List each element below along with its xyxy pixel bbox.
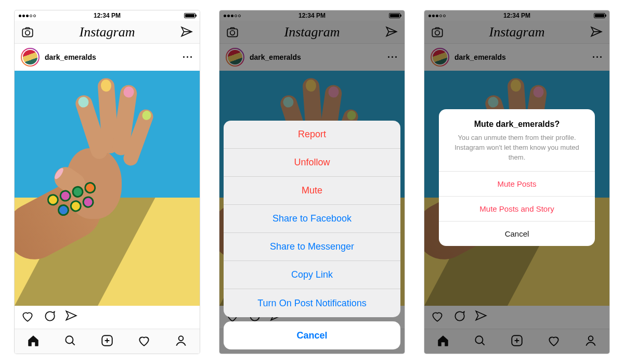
mute-dialog-cancel[interactable]: Cancel bbox=[439, 221, 595, 246]
post-header: dark_emeralds ··· bbox=[15, 44, 200, 71]
action-report[interactable]: Report bbox=[224, 121, 400, 149]
mute-dialog-title: Mute dark_emeralds? bbox=[450, 120, 583, 129]
tab-search-icon[interactable] bbox=[63, 334, 77, 349]
tab-profile-icon[interactable] bbox=[174, 334, 188, 349]
action-sheet-cancel[interactable]: Cancel bbox=[224, 321, 400, 349]
svg-point-1 bbox=[25, 30, 30, 35]
status-time: 12:34 PM bbox=[15, 12, 200, 19]
post-image[interactable] bbox=[15, 71, 200, 306]
action-share-facebook[interactable]: Share to Facebook bbox=[224, 205, 400, 233]
mute-dialog: Mute dark_emeralds? You can unmute them … bbox=[439, 109, 595, 246]
action-unfollow[interactable]: Unfollow bbox=[224, 149, 400, 177]
camera-icon[interactable] bbox=[21, 25, 34, 39]
tab-bar bbox=[15, 329, 200, 354]
action-mute[interactable]: Mute bbox=[224, 177, 400, 205]
tab-home-icon[interactable] bbox=[27, 334, 40, 349]
screen-action-sheet: 12:34 PM Instagram dark_emeralds ··· bbox=[219, 10, 405, 354]
screen-feed: 12:34 PM Instagram dark_emeralds ··· bbox=[15, 10, 200, 354]
avatar[interactable] bbox=[21, 48, 40, 67]
svg-rect-0 bbox=[22, 29, 33, 36]
comment-icon[interactable] bbox=[43, 309, 56, 325]
three-screenshot-row: 12:34 PM Instagram dark_emeralds ··· bbox=[0, 0, 624, 364]
post-action-sheet: Report Unfollow Mute Share to Facebook S… bbox=[224, 121, 400, 349]
mute-posts-and-story-button[interactable]: Mute Posts and Story bbox=[439, 196, 595, 221]
post-actions bbox=[15, 306, 200, 329]
action-copy-link[interactable]: Copy Link bbox=[224, 261, 400, 289]
svg-point-2 bbox=[66, 336, 73, 343]
mute-dialog-body: You can unmute them from their profile. … bbox=[450, 133, 583, 163]
instagram-logo: Instagram bbox=[80, 24, 135, 40]
post-more-button[interactable]: ··· bbox=[183, 52, 193, 63]
top-nav: Instagram bbox=[15, 21, 200, 44]
screen-mute-dialog: 12:34 PM Instagram dark_emeralds ··· bbox=[424, 10, 609, 354]
action-share-messenger[interactable]: Share to Messenger bbox=[224, 233, 400, 261]
share-icon[interactable] bbox=[64, 309, 78, 325]
tab-new-post-icon[interactable] bbox=[100, 334, 114, 349]
action-post-notifications[interactable]: Turn On Post Notifications bbox=[224, 289, 400, 317]
status-battery bbox=[184, 13, 196, 18]
svg-point-4 bbox=[179, 336, 184, 341]
ios-status-bar: 12:34 PM bbox=[15, 10, 200, 21]
like-icon[interactable] bbox=[21, 309, 34, 325]
mute-posts-button[interactable]: Mute Posts bbox=[439, 171, 595, 196]
tab-activity-icon[interactable] bbox=[137, 334, 151, 349]
direct-message-icon[interactable] bbox=[180, 25, 193, 39]
post-username[interactable]: dark_emeralds bbox=[45, 53, 177, 61]
